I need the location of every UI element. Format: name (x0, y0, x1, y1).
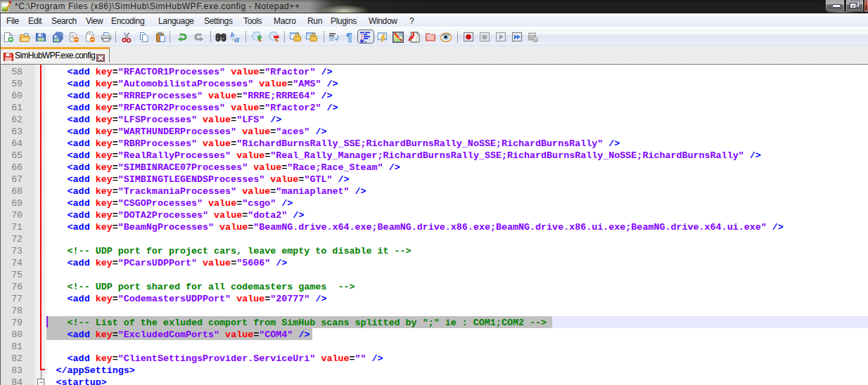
svg-text:¶: ¶ (346, 32, 352, 43)
svg-text:{]: {] (416, 35, 420, 43)
svg-text:b: b (231, 32, 234, 39)
svg-text:a: a (235, 34, 240, 44)
